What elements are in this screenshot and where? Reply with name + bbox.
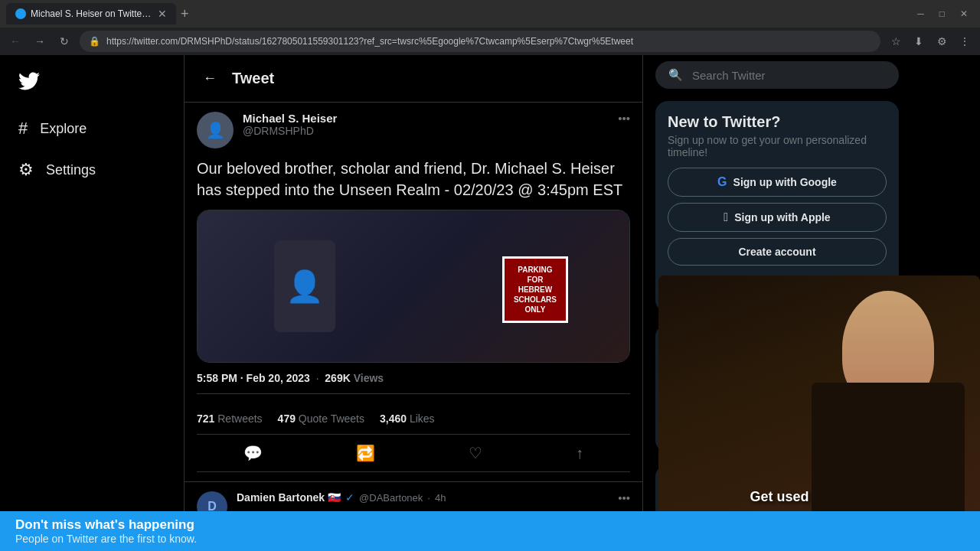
signup-apple-label: Sign up with Apple [734, 211, 830, 223]
video-content: Get used to different. [658, 276, 980, 520]
browser-tab[interactable]: Michael S. Heiser on Twitter: "... ✕ [6, 3, 176, 24]
url-text: https://twitter.com/DRMSHPhD/status/1627… [106, 36, 633, 47]
create-account-btn[interactable]: Create account [668, 238, 887, 266]
banner-sub-text: People on Twitter are the first to know. [15, 533, 197, 545]
signup-google-btn[interactable]: G Sign up with Google [668, 168, 887, 197]
minimize-btn[interactable]: ─ [911, 5, 930, 22]
close-window-btn[interactable]: ✕ [954, 5, 974, 22]
video-person-bg: Get used to different. [658, 276, 980, 520]
quote-tweets-label: Quote Tweets [299, 412, 364, 425]
tweet-image-bg: 👤 PARKING FOR HEBREW SCHOLARS ONLY [198, 210, 629, 362]
bottom-banner: Don't miss what's happening People on Tw… [0, 511, 980, 551]
twitter-logo[interactable] [9, 61, 175, 103]
reply-action-btn[interactable]: 💬 [231, 438, 275, 468]
search-icon: 🔍 [668, 68, 683, 82]
new-to-twitter-heading: New to Twitter? [668, 113, 887, 131]
banner-main-text: Don't miss what's happening [15, 517, 197, 533]
tab-title: Michael S. Heiser on Twitter: "... [31, 8, 153, 19]
parking-sign-line3: HEBREW [514, 285, 557, 295]
reply-1-handle: @DABartonek [359, 492, 423, 504]
page-title: Tweet [232, 70, 274, 87]
parking-sign-line2: FOR [514, 275, 557, 285]
lock-icon: 🔒 [89, 36, 100, 47]
tweet-actions-bar: 💬 🔁 ♡ ↑ [197, 435, 630, 472]
quote-tweets-count: 479 [278, 412, 296, 425]
author-name: Michael S. Heiser [243, 112, 609, 125]
tab-bar: Michael S. Heiser on Twitter: "... ✕ + ─… [0, 0, 980, 28]
back-nav-btn[interactable]: ← [6, 32, 24, 51]
retweet-action-btn[interactable]: 🔁 [344, 438, 387, 468]
search-input[interactable] [692, 69, 886, 82]
settings-icon: ⚙ [18, 160, 34, 180]
bookmark-star-btn[interactable]: ☆ [887, 32, 905, 51]
reload-btn[interactable]: ↻ [55, 32, 74, 51]
tweet-time: 5:58 PM · Feb 20, 2023 [197, 372, 310, 384]
browser-controls: ← → ↻ 🔒 https://twitter.com/DRMSHPhD/sta… [0, 28, 980, 55]
download-btn[interactable]: ⬇ [910, 32, 928, 51]
likes-label: Likes [410, 412, 435, 425]
signup-google-label: Sign up with Google [733, 176, 837, 188]
likes-count: 3,460 [380, 412, 407, 425]
quote-tweets-stat[interactable]: 479 Quote Tweets [278, 412, 364, 425]
create-account-label: Create account [738, 246, 815, 258]
browser-toolbar-icons: ☆ ⬇ ⚙ ⋮ [887, 32, 974, 51]
tweet-views-count: 269K [325, 372, 350, 384]
author-handle: @DRMSHPhD [243, 125, 609, 137]
tweet-timestamp: 5:58 PM · Feb 20, 2023 · 269K Views [197, 372, 630, 394]
more-options-btn[interactable]: ⋮ [956, 32, 974, 51]
tweet-more-btn[interactable]: ••• [618, 112, 630, 125]
video-overlay[interactable]: Get used to different. [658, 276, 980, 520]
tweet-body: 👤 Michael S. Heiser @DRMSHPhD ••• Our be… [185, 103, 642, 482]
address-bar[interactable]: 🔒 https://twitter.com/DRMSHPhD/status/16… [80, 31, 880, 52]
like-action-btn[interactable]: ♡ [456, 438, 495, 468]
tweet-image[interactable]: 👤 PARKING FOR HEBREW SCHOLARS ONLY [197, 210, 630, 363]
retweets-count: 721 [197, 412, 214, 425]
maximize-btn[interactable]: □ [933, 5, 951, 22]
author-info: Michael S. Heiser @DRMSHPhD [243, 112, 609, 137]
banner-content: Don't miss what's happening People on Tw… [15, 517, 197, 545]
tweet-views-label: Views [354, 372, 384, 384]
reply-1-meta-row: Damien Bartonek 🇸🇰 ✓ @DABartonek · 4h [237, 491, 446, 504]
extensions-btn[interactable]: ⚙ [933, 32, 951, 51]
tab-favicon [15, 8, 26, 19]
retweets-stat[interactable]: 721 Retweets [197, 412, 263, 425]
reply-1-time: · [427, 492, 430, 504]
sidebar-item-settings[interactable]: ⚙ Settings [9, 151, 175, 189]
sidebar-item-explore[interactable]: # Explore [9, 109, 175, 148]
parking-sign-line5: ONLY [514, 305, 557, 315]
likes-stat[interactable]: 3,460 Likes [380, 412, 435, 425]
tweet-author-avatar[interactable]: 👤 [197, 112, 234, 148]
reply-1-meta: Damien Bartonek 🇸🇰 ✓ @DABartonek · 4h [237, 491, 446, 504]
explore-icon: # [18, 119, 28, 139]
sidebar-explore-label: Explore [40, 121, 87, 137]
new-to-twitter-subtext: Sign up now to get your own personalized… [668, 134, 887, 158]
tab-close-btn[interactable]: ✕ [158, 8, 167, 20]
left-sidebar: # Explore ⚙ Settings [0, 55, 184, 551]
parking-sign-line1: PARKING [514, 265, 557, 275]
apple-icon:  [724, 210, 728, 224]
reply-1-name: Damien Bartonek 🇸🇰 [237, 491, 341, 504]
back-button[interactable]: ← [197, 64, 223, 93]
browser-chrome: Michael S. Heiser on Twitter: "... ✕ + ─… [0, 0, 980, 55]
google-icon: G [717, 175, 727, 189]
reply-1-verified-icon: ✓ [345, 491, 354, 504]
tweet-text: Our beloved brother, scholar and friend,… [197, 158, 630, 201]
main-content: ← Tweet 👤 Michael S. Heiser @DRMSHPhD ••… [184, 55, 643, 551]
reply-1-time-val: 4h [435, 492, 446, 504]
sidebar-settings-label: Settings [46, 162, 96, 178]
share-action-btn[interactable]: ↑ [564, 438, 596, 468]
tweet-author-row: 👤 Michael S. Heiser @DRMSHPhD ••• [197, 112, 630, 148]
retweets-label: Retweets [217, 412, 262, 425]
video-person-body [812, 383, 965, 520]
person-silhouette: 👤 [274, 240, 335, 332]
parking-sign: PARKING FOR HEBREW SCHOLARS ONLY [502, 256, 568, 323]
reply-1-more-btn[interactable]: ••• [618, 491, 630, 504]
signup-apple-btn[interactable]:  Sign up with Apple [668, 203, 887, 232]
tweet-page-header: ← Tweet [185, 55, 642, 103]
new-tab-button[interactable]: + [181, 6, 189, 22]
tweet-stats: 721 Retweets 479 Quote Tweets 3,460 Like… [197, 403, 630, 435]
parking-sign-line4: SCHOLARS [514, 295, 557, 305]
search-bar[interactable]: 🔍 [655, 61, 899, 89]
forward-nav-btn[interactable]: → [31, 32, 49, 51]
